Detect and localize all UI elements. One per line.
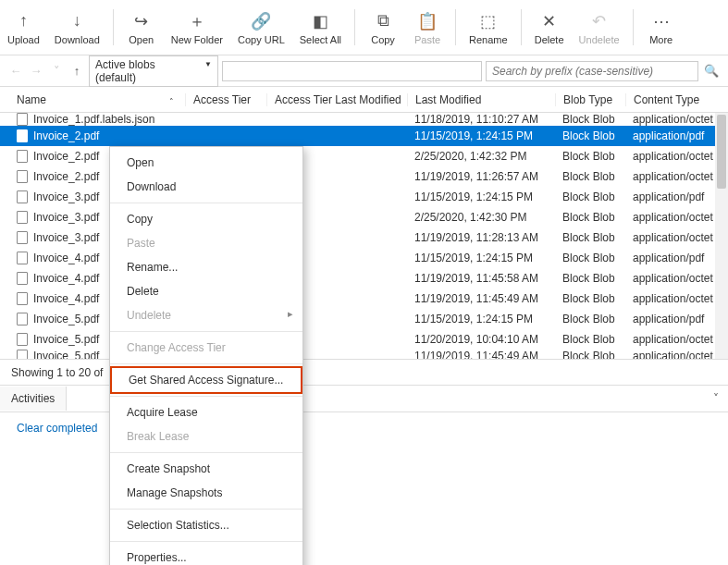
file-icon <box>17 231 28 244</box>
select-all-label: Select All <box>300 34 341 45</box>
file-name: Invoice_2.pdf <box>33 129 99 142</box>
scroll-thumb[interactable] <box>717 115 726 189</box>
ctx-separator <box>110 452 302 453</box>
more-button[interactable]: ⋯ More <box>639 4 684 51</box>
file-icon <box>17 190 28 203</box>
ctx-separator <box>110 509 302 510</box>
cell-content-type: application/octet <box>625 113 728 126</box>
toolbar: ↑ Upload ↓ Download ↪ Open ＋ New Folder … <box>0 0 728 55</box>
cell-last-modified: 2/25/2020, 1:42:30 PM <box>407 211 555 224</box>
new-folder-button[interactable]: ＋ New Folder <box>164 4 230 51</box>
cell-content-type: application/pdf <box>625 129 728 142</box>
cell-blob-type: Block Blob <box>555 211 625 224</box>
cell-blob-type: Block Blob <box>555 150 625 163</box>
cell-blob-type: Block Blob <box>555 292 625 305</box>
search-icon[interactable]: 🔍 <box>702 64 721 78</box>
nav-back-icon: ← <box>7 63 24 80</box>
vertical-scrollbar[interactable] <box>715 113 728 359</box>
delete-button[interactable]: ✕ Delete <box>527 4 572 51</box>
file-name: Invoice_5.pdf <box>33 350 99 359</box>
ctx-change-tier: Change Access Tier <box>110 336 302 360</box>
column-last-modified[interactable]: Last Modified <box>407 93 555 106</box>
context-menu: Open Download Copy Paste Rename... Delet… <box>109 146 303 565</box>
search-input[interactable] <box>486 61 698 81</box>
ctx-create-snapshot[interactable]: Create Snapshot <box>110 457 302 481</box>
delete-label: Delete <box>535 34 564 45</box>
cell-content-type: application/octet <box>625 333 728 346</box>
cell-last-modified: 11/20/2019, 10:04:10 AM <box>407 333 555 346</box>
file-name: Invoice_5.pdf <box>33 333 99 346</box>
rename-button[interactable]: ⬚ Rename <box>462 4 515 51</box>
cell-content-type: application/pdf <box>625 252 728 264</box>
column-name[interactable]: Name˄ <box>0 93 185 106</box>
ctx-delete[interactable]: Delete <box>110 279 302 303</box>
rename-label: Rename <box>469 34 508 45</box>
ctx-selection-stats[interactable]: Selection Statistics... <box>110 513 302 537</box>
column-content-type[interactable]: Content Type <box>625 93 728 106</box>
toolbar-separator <box>354 9 355 45</box>
select-all-icon: ◧ <box>313 10 328 32</box>
undelete-icon: ↶ <box>592 10 606 32</box>
ctx-properties[interactable]: Properties... <box>110 546 302 565</box>
toolbar-separator <box>113 9 114 45</box>
status-text: Showing 1 to 20 of <box>11 366 103 379</box>
ctx-separator <box>110 541 302 542</box>
nav-bar: ← → ˅ ↑ Active blobs (default) 🔍 <box>0 55 728 87</box>
cell-last-modified: 11/19/2019, 11:45:58 AM <box>407 272 555 285</box>
path-input[interactable] <box>222 61 482 81</box>
new-folder-label: New Folder <box>171 34 223 45</box>
table-header: Name˄ Access Tier Access Tier Last Modif… <box>0 87 728 113</box>
download-button[interactable]: ↓ Download <box>47 4 107 51</box>
copy-url-button[interactable]: 🔗 Copy URL <box>230 4 292 51</box>
ctx-acquire-lease[interactable]: Acquire Lease <box>110 400 302 424</box>
download-icon: ↓ <box>73 10 81 32</box>
ctx-manage-snapshots[interactable]: Manage Snapshots <box>110 481 302 505</box>
toolbar-separator <box>633 9 634 45</box>
cell-blob-type: Block Blob <box>555 350 625 359</box>
cell-last-modified: 2/25/2020, 1:42:32 PM <box>407 150 555 163</box>
view-filter-dropdown[interactable]: Active blobs (default) <box>89 55 218 87</box>
cell-last-modified: 11/19/2019, 11:26:57 AM <box>407 170 555 183</box>
upload-button[interactable]: ↑ Upload <box>0 4 47 51</box>
paste-icon: 📋 <box>417 10 438 32</box>
copy-icon: ⧉ <box>377 10 389 32</box>
cell-blob-type: Block Blob <box>555 313 625 325</box>
ctx-rename[interactable]: Rename... <box>110 255 302 279</box>
cell-blob-type: Block Blob <box>555 272 625 285</box>
column-blob-type[interactable]: Blob Type <box>555 93 625 106</box>
select-all-button[interactable]: ◧ Select All <box>292 4 349 51</box>
file-name: Invoice_4.pdf <box>33 292 99 305</box>
file-name: Invoice_2.pdf <box>33 150 99 163</box>
cell-content-type: application/pdf <box>625 313 728 325</box>
cell-blob-type: Block Blob <box>555 252 625 264</box>
file-icon <box>17 272 28 285</box>
cell-blob-type: Block Blob <box>555 231 625 244</box>
cell-last-modified: 11/15/2019, 1:24:15 PM <box>407 313 555 325</box>
cell-content-type: application/octet <box>625 272 728 285</box>
activities-tab[interactable]: Activities <box>0 387 67 411</box>
ctx-download[interactable]: Download <box>110 175 302 199</box>
ctx-get-sas[interactable]: Get Shared Access Signature... <box>110 366 302 394</box>
dropdown-value: Active blobs (default) <box>95 58 155 84</box>
chevron-down-icon[interactable]: ˅ <box>704 392 728 405</box>
open-button[interactable]: ↪ Open <box>119 4 164 51</box>
nav-up-icon[interactable]: ↑ <box>68 63 85 80</box>
cell-content-type: application/octet <box>625 211 728 224</box>
cell-blob-type: Block Blob <box>555 170 625 183</box>
copy-url-label: Copy URL <box>238 34 285 45</box>
file-icon <box>17 333 28 346</box>
cell-content-type: application/octet <box>625 292 728 305</box>
link-icon: 🔗 <box>251 10 271 32</box>
table-row[interactable]: Invoice_2.pdf11/15/2019, 1:24:15 PMBlock… <box>0 126 728 146</box>
ctx-open[interactable]: Open <box>110 151 302 175</box>
file-icon <box>17 350 28 359</box>
cell-content-type: application/octet <box>625 350 728 359</box>
table-row[interactable]: Invoice_1.pdf.labels.json11/18/2019, 11:… <box>0 113 728 126</box>
cell-blob-type: Block Blob <box>555 190 625 203</box>
column-access-tier-modified[interactable]: Access Tier Last Modified <box>266 93 407 106</box>
ctx-copy[interactable]: Copy <box>110 207 302 231</box>
copy-button[interactable]: ⧉ Copy <box>361 4 405 51</box>
file-name: Invoice_3.pdf <box>33 190 99 203</box>
column-access-tier[interactable]: Access Tier <box>185 93 266 106</box>
file-name: Invoice_5.pdf <box>33 313 99 325</box>
